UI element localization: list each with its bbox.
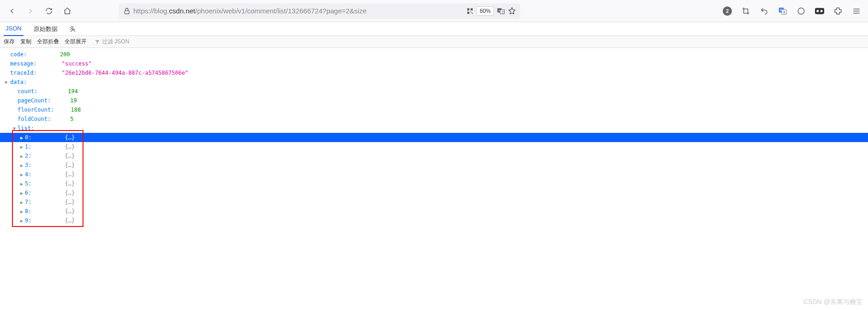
svg-rect-4 <box>470 12 471 12</box>
json-row-list[interactable]: ▼list: <box>0 124 868 133</box>
list-item[interactable]: ▶5:{…} <box>0 179 868 188</box>
translate-ext-icon[interactable]: A文 <box>775 3 791 19</box>
expand-toggle-icon[interactable]: ▶ <box>19 218 24 223</box>
expand-toggle-icon[interactable]: ▶ <box>19 154 24 159</box>
menu-icon[interactable] <box>849 3 864 19</box>
json-row-floorcount[interactable]: floorCount:188 <box>0 105 868 114</box>
toolbar-right-icons: 2 A文 <box>719 3 864 19</box>
eyes-icon[interactable] <box>812 3 827 19</box>
svg-rect-0 <box>125 11 129 14</box>
json-row-code[interactable]: code:200 <box>0 50 868 59</box>
svg-rect-3 <box>467 12 470 14</box>
translate-icon[interactable]: A文 <box>497 7 505 15</box>
list-item[interactable]: ▶9:{…} <box>0 216 868 225</box>
undo-icon[interactable] <box>756 3 772 19</box>
list-item[interactable]: ▶3:{…} <box>0 161 868 170</box>
copy-button[interactable]: 复制 <box>20 38 31 46</box>
expand-toggle-icon[interactable]: ▶ <box>19 191 24 196</box>
qr-icon[interactable] <box>466 7 474 15</box>
list-item[interactable]: ▶4:{…} <box>0 170 868 179</box>
expand-toggle-icon[interactable]: ▶ <box>19 181 24 186</box>
collapse-toggle-icon[interactable]: ▼ <box>4 80 8 85</box>
back-button[interactable] <box>4 3 20 19</box>
expand-toggle-icon[interactable]: ▶ <box>19 144 24 149</box>
list-item[interactable]: ▶8:{…} <box>0 207 868 216</box>
tab-headers[interactable]: 头 <box>68 22 77 36</box>
svg-point-17 <box>820 10 823 12</box>
svg-rect-15 <box>815 8 824 14</box>
svg-rect-2 <box>470 8 473 11</box>
expand-toggle-icon[interactable]: ▶ <box>19 200 24 205</box>
svg-rect-5 <box>472 13 473 14</box>
response-tabs: JSON 原始数据 头 <box>0 22 868 36</box>
json-row-foldcount[interactable]: foldCount:5 <box>0 114 868 124</box>
zoom-level[interactable]: 80% <box>476 6 494 16</box>
tab-json[interactable]: JSON <box>4 22 24 36</box>
lock-icon <box>123 7 131 15</box>
circle-icon[interactable] <box>793 3 809 19</box>
list-item[interactable]: ▶1:{…} <box>0 142 868 151</box>
expand-toggle-icon[interactable]: ▶ <box>19 135 24 140</box>
json-row-traceid[interactable]: traceId:"26e12bd6-7644-494a-887c-a574586… <box>0 68 868 78</box>
json-toolbar: 保存 复制 全部折叠 全部展开 过滤 JSON <box>0 36 868 48</box>
list-item[interactable]: ▶0:{…} <box>0 133 868 142</box>
expand-all-button[interactable]: 全部展开 <box>65 38 87 46</box>
json-row-count[interactable]: count:194 <box>0 87 868 96</box>
reload-button[interactable] <box>41 3 57 19</box>
svg-text:文: 文 <box>501 10 504 13</box>
svg-point-16 <box>816 10 819 12</box>
extensions-icon[interactable] <box>830 3 846 19</box>
json-row-pagecount[interactable]: pageCount:19 <box>0 96 868 105</box>
filter-icon <box>95 39 100 45</box>
expand-toggle-icon[interactable]: ▶ <box>19 172 24 177</box>
list-item[interactable]: ▶2:{…} <box>0 151 868 161</box>
svg-rect-1 <box>467 8 470 11</box>
expand-toggle-icon[interactable]: ▶ <box>19 163 24 168</box>
save-button[interactable]: 保存 <box>4 38 15 46</box>
home-button[interactable] <box>59 3 76 19</box>
forward-button[interactable] <box>22 3 39 19</box>
svg-point-14 <box>798 8 804 14</box>
svg-text:文: 文 <box>783 11 786 14</box>
svg-text:A: A <box>780 8 782 12</box>
browser-toolbar: https://blog.csdn.net/phoenix/web/v1/com… <box>0 0 868 22</box>
bookmark-star-icon[interactable] <box>508 7 516 15</box>
list-item[interactable]: ▶6:{…} <box>0 188 868 197</box>
list-item[interactable]: ▶7:{…} <box>0 197 868 207</box>
collapse-toggle-icon[interactable]: ▼ <box>12 126 17 131</box>
json-row-message[interactable]: message:"success" <box>0 59 868 68</box>
json-viewer: code:200 message:"success" traceId:"26e1… <box>0 48 868 227</box>
crop-icon[interactable] <box>738 3 754 19</box>
filter-input[interactable]: 过滤 JSON <box>92 37 131 47</box>
svg-text:A: A <box>499 9 500 12</box>
tab-raw[interactable]: 原始数据 <box>32 22 59 36</box>
watermark: CSDN @东离与糖宝 <box>803 298 862 306</box>
collapse-all-button[interactable]: 全部折叠 <box>37 38 59 46</box>
json-row-data[interactable]: ▼data: <box>0 78 868 87</box>
expand-toggle-icon[interactable]: ▶ <box>19 209 24 214</box>
filter-placeholder: 过滤 JSON <box>102 38 129 46</box>
blocked-count-icon[interactable]: 2 <box>719 3 735 19</box>
url-bar-container: https://blog.csdn.net/phoenix/web/v1/com… <box>119 3 676 19</box>
url-bar[interactable]: https://blog.csdn.net/phoenix/web/v1/com… <box>119 3 520 19</box>
url-text: https://blog.csdn.net/phoenix/web/v1/com… <box>133 7 464 15</box>
